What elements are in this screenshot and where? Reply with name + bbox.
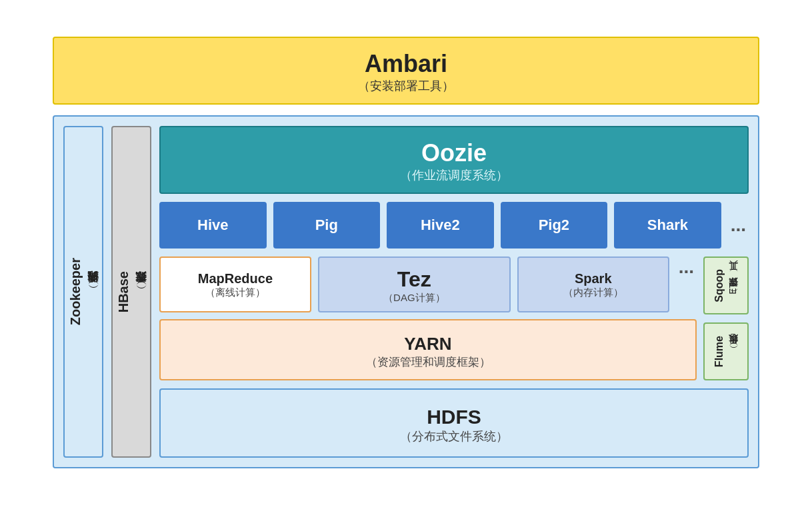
tool-pig2: Pig2 xyxy=(501,202,608,249)
sqoop-text: Sqoop （数据库ETL工具） xyxy=(712,269,740,302)
diagram-wrapper: Ambari （安装部署工具） Zookeeper （分布式协调服务） HBas… xyxy=(39,23,773,482)
yarn-subtitle: （资源管理和调度框架） xyxy=(167,354,689,370)
right-sidebar: Sqoop （数据库ETL工具） Flume （日志收集） xyxy=(703,256,749,380)
zookeeper-title: Zookeeper xyxy=(68,258,83,325)
ambari-title: Ambari xyxy=(61,50,751,78)
mapreduce-title: MapReduce xyxy=(167,271,303,286)
tools-dots: ... xyxy=(728,215,749,236)
hbase-box: HBase （分布式数据库） xyxy=(111,126,151,458)
oozie-subtitle: （作业流调度系统） xyxy=(167,167,741,183)
flume-title: Flume xyxy=(713,336,725,367)
flume-text: Flume （日志收集） xyxy=(712,336,740,367)
ambari-subtitle: （安装部署工具） xyxy=(61,78,751,94)
oozie-box: Oozie （作业流调度系统） xyxy=(159,126,749,194)
tools-row: Hive Pig Hive2 Pig2 Shark ... xyxy=(159,202,749,249)
tool-hive: Hive xyxy=(159,202,267,249)
zookeeper-text: Zookeeper （分布式协调服务） xyxy=(66,258,101,325)
tool-hive2: Hive2 xyxy=(387,202,494,249)
hdfs-title: HDFS xyxy=(167,406,741,428)
spark-subtitle: （内存计算） xyxy=(525,286,661,299)
main-container: Zookeeper （分布式协调服务） HBase （分布式数据库） Oozie… xyxy=(53,115,759,468)
mapreduce-box: MapReduce （离线计算） xyxy=(159,256,311,312)
compute-row: MapReduce （离线计算） Tez （DAG计算） Spark （内存计算… xyxy=(159,256,697,312)
center-content: Oozie （作业流调度系统） Hive Pig Hive2 Pig2 Shar… xyxy=(159,126,749,458)
hbase-title: HBase xyxy=(116,271,131,312)
tool-shark: Shark xyxy=(614,202,721,249)
tez-box: Tez （DAG计算） xyxy=(318,256,511,312)
hdfs-box: HDFS （分布式文件系统） xyxy=(159,388,749,458)
tool-pig: Pig xyxy=(273,202,381,249)
tez-subtitle: （DAG计算） xyxy=(326,292,503,304)
sqoop-title: Sqoop xyxy=(713,269,725,302)
flume-box: Flume （日志收集） xyxy=(703,322,749,380)
hbase-text: HBase （分布式数据库） xyxy=(114,271,149,312)
tez-title: Tez xyxy=(326,267,503,292)
yarn-box: YARN （资源管理和调度框架） xyxy=(159,319,697,380)
spark-box: Spark （内存计算） xyxy=(517,256,669,312)
sqoop-subtitle: （数据库ETL工具） xyxy=(727,277,738,294)
middle-section: MapReduce （离线计算） Tez （DAG计算） Spark （内存计算… xyxy=(159,256,749,380)
oozie-title: Oozie xyxy=(167,139,741,167)
zookeeper-box: Zookeeper （分布式协调服务） xyxy=(63,126,103,458)
spark-title: Spark xyxy=(525,271,661,286)
sqoop-box: Sqoop （数据库ETL工具） xyxy=(703,256,749,314)
yarn-title: YARN xyxy=(167,334,689,354)
middle-left: MapReduce （离线计算） Tez （DAG计算） Spark （内存计算… xyxy=(159,256,697,380)
mapreduce-subtitle: （离线计算） xyxy=(167,286,303,299)
compute-dots: ... xyxy=(676,256,697,312)
ambari-box: Ambari （安装部署工具） xyxy=(53,37,759,105)
hdfs-subtitle: （分布式文件系统） xyxy=(167,428,741,444)
